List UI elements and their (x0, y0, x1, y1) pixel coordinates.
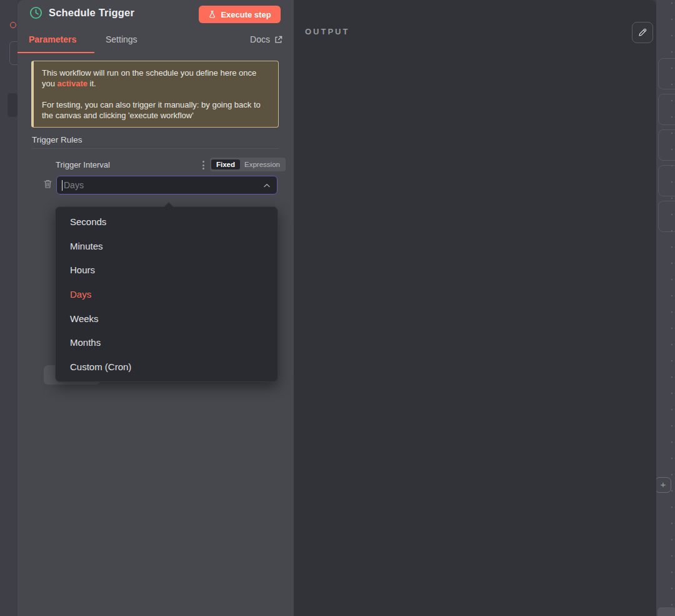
canvas-bottom-control (658, 607, 675, 616)
trigger-interval-select[interactable]: Days (56, 176, 278, 194)
docs-label: Docs (250, 34, 270, 44)
output-panel: OUTPUT (294, 0, 656, 616)
fixed-expression-toggle[interactable]: Fixed Expression (210, 158, 286, 171)
parameter-label: Trigger Interval (56, 160, 110, 169)
tab-settings[interactable]: Settings (106, 34, 138, 44)
node-title: Schedule Trigger (49, 7, 134, 19)
output-panel-title: OUTPUT (305, 27, 349, 36)
edit-output-button[interactable] (632, 22, 653, 43)
notice-paragraph: This workflow will run on the schedule y… (42, 68, 270, 89)
side-card-outline (658, 58, 675, 89)
section-divider (32, 148, 279, 149)
docs-link[interactable]: Docs (250, 34, 282, 44)
execute-step-button[interactable]: Execute step (199, 6, 281, 23)
dropdown-option[interactable]: Custom (Cron) (56, 355, 278, 379)
workflow-canvas-right-strip: + (656, 0, 675, 616)
dropdown-option[interactable]: Weeks (56, 306, 278, 331)
side-card-outline (658, 129, 675, 161)
mode-fixed[interactable]: Fixed (211, 159, 240, 169)
node-details-view: Schedule Trigger Execute step Parameters… (18, 0, 656, 616)
mode-expression[interactable]: Expression (240, 159, 284, 169)
chevron-up-icon (263, 182, 271, 189)
tab-parameters[interactable]: Parameters (29, 34, 76, 44)
node-port-ring (10, 22, 16, 28)
notice-text: it. (88, 79, 96, 88)
workflow-canvas-left-strip (0, 0, 18, 616)
add-node-button[interactable]: + (656, 477, 671, 493)
node-fragment-outline (9, 41, 18, 65)
flask-icon (208, 10, 216, 19)
parameters-panel: Schedule Trigger Execute step Parameters… (18, 0, 294, 616)
pencil-icon (638, 28, 648, 38)
dropdown-option[interactable]: Minutes (56, 234, 278, 258)
node-fragment (8, 93, 18, 117)
delete-rule-icon[interactable] (43, 179, 52, 189)
parameter-options-icon[interactable] (199, 160, 208, 170)
activate-link[interactable]: activate (58, 79, 88, 88)
execute-step-label: Execute step (221, 10, 271, 19)
text-caret (62, 180, 62, 191)
schedule-notice: This workflow will run on the schedule y… (31, 61, 279, 128)
schedule-trigger-node-icon (29, 6, 42, 19)
side-card-outline (658, 94, 675, 125)
external-link-icon (274, 36, 282, 44)
side-card-outline (658, 201, 675, 232)
section-title: Trigger Rules (32, 135, 82, 144)
active-tab-underline (18, 52, 94, 53)
trigger-interval-value: Days (64, 176, 84, 194)
dropdown-option[interactable]: Months (56, 330, 278, 355)
notice-paragraph: For testing, you can also trigger it man… (42, 99, 270, 121)
interval-dropdown: SecondsMinutesHoursDaysWeeksMonthsCustom… (55, 206, 278, 382)
dropdown-option[interactable]: Hours (56, 258, 278, 282)
side-card-outline (658, 165, 675, 196)
dropdown-option[interactable]: Days (56, 282, 278, 306)
dropdown-option[interactable]: Seconds (56, 210, 278, 234)
